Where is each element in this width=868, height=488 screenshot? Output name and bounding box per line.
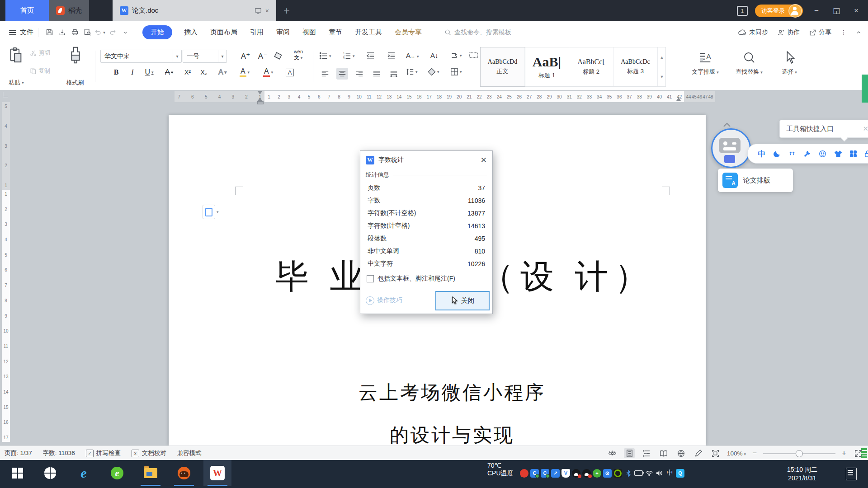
tray-nvidia-icon[interactable]	[613, 469, 622, 478]
redo-icon[interactable]	[106, 26, 119, 39]
tray-wifi-icon[interactable]	[645, 469, 653, 478]
chinese-tool-icon[interactable]: 中	[758, 149, 766, 159]
document-scrollbar-thumb[interactable]	[862, 75, 868, 103]
undo-icon[interactable]	[94, 26, 106, 39]
eye-protect-icon[interactable]	[607, 448, 618, 458]
lock-icon[interactable]	[864, 150, 868, 158]
chevron-down-icon[interactable]	[119, 26, 132, 39]
align-center-icon[interactable]	[336, 68, 348, 80]
chevron-down-icon[interactable]: ▾	[218, 50, 226, 62]
ribbon-tab[interactable]: 开发工具	[349, 28, 388, 36]
horizontal-ruler[interactable]: 7654321 12345678910111213141516171819202…	[175, 91, 715, 102]
justify-icon[interactable]	[371, 68, 382, 80]
ribbon-tab[interactable]: 引用	[244, 28, 270, 36]
tooltip-close-icon[interactable]: ✕	[863, 125, 868, 133]
format-painter-button[interactable]: 格式刷	[61, 79, 89, 87]
fit-page-icon[interactable]	[710, 448, 721, 458]
tab-premium[interactable]: 会员专享	[388, 28, 428, 37]
read-mode-icon[interactable]	[658, 448, 669, 458]
tray-security-icon[interactable]: +	[593, 469, 601, 478]
superscript-button[interactable]: X²	[181, 66, 194, 79]
file-explorer-button[interactable]	[137, 460, 165, 486]
chevron-down-icon[interactable]: ▾	[173, 50, 181, 62]
tab-home[interactable]: 首页	[5, 0, 49, 21]
styles-gallery-scroll[interactable]: ▲▼	[658, 47, 666, 87]
shirt-icon[interactable]	[834, 150, 842, 158]
notification-center-icon[interactable]	[846, 468, 857, 480]
scroll-up-icon[interactable]	[722, 122, 731, 128]
shading-icon[interactable]	[428, 68, 439, 76]
bullet-list-icon[interactable]	[319, 52, 331, 60]
paste-button[interactable]: 粘贴	[4, 79, 29, 87]
emoji-icon[interactable]	[819, 150, 826, 158]
borders-icon[interactable]	[450, 68, 462, 76]
tab-document[interactable]: W 论文.doc ×	[113, 0, 276, 21]
sync-status[interactable]: 未同步	[738, 28, 768, 37]
tray-transfer-icon[interactable]: ↗	[551, 469, 560, 478]
bold-button[interactable]: B	[110, 66, 122, 79]
page-indicator[interactable]: 页面: 1/37	[5, 449, 32, 457]
dialog-header[interactable]: W 字数统计 ✕	[360, 151, 492, 169]
text-typeset-button[interactable]: A 文字排版	[688, 51, 722, 76]
find-replace-button[interactable]: 查找替换	[730, 51, 769, 76]
text-effect-button[interactable]: A	[214, 66, 231, 79]
highlight-color-button[interactable]: A	[236, 66, 253, 79]
tray-sync2-icon[interactable]: C	[541, 469, 549, 478]
collaborate-button[interactable]: 协作	[777, 28, 800, 37]
pinned-app-pinwheel[interactable]	[36, 460, 64, 486]
quote-icon[interactable]	[789, 151, 796, 157]
word-count-indicator[interactable]: 字数: 11036	[43, 449, 75, 457]
page-assistant-button[interactable]: ▾	[203, 205, 219, 219]
assistant-robot-avatar[interactable]	[711, 128, 751, 168]
tab-home-ribbon[interactable]: 开始	[142, 25, 172, 39]
close-tab-icon[interactable]: ×	[265, 7, 269, 14]
decrease-font-icon[interactable]: A⁻	[256, 50, 269, 62]
zoom-slider-knob[interactable]	[796, 450, 803, 457]
zoom-level-select[interactable]: 100%	[727, 450, 746, 457]
tray-battery-icon[interactable]	[634, 469, 643, 478]
char-scale-icon[interactable]: A↔	[406, 52, 419, 59]
print-preview-icon[interactable]	[81, 26, 94, 39]
dialog-close-button[interactable]: 关闭	[435, 291, 490, 310]
format-painter-icon[interactable]	[68, 46, 83, 64]
copy-button[interactable]: 复制	[30, 67, 63, 75]
style-card[interactable]: AaBbCcDd 正文	[481, 47, 525, 86]
word-count-dialog[interactable]: W 字数统计 ✕ 统计信息 页数 37 字数 11036 字符数(不计空格) 1…	[360, 150, 493, 314]
more-options-icon[interactable]: ⋮	[840, 29, 847, 36]
font-name-select[interactable]: 华文中宋▾	[100, 50, 182, 63]
tray-ime-indicator[interactable]: 中	[665, 469, 674, 478]
start-button[interactable]	[4, 460, 32, 486]
file-menu[interactable]: 文件	[20, 28, 33, 37]
ribbon-tab[interactable]: 页面布局	[204, 28, 244, 36]
command-search[interactable]: 查找命令、搜索模板	[444, 28, 511, 37]
tray-qq2-icon[interactable]	[582, 469, 591, 478]
first-line-indent-marker[interactable]	[258, 91, 262, 94]
outline-view-icon[interactable]	[641, 448, 652, 458]
tray-qq-browser-icon[interactable]: Q	[676, 469, 684, 478]
ribbon-tab[interactable]: 审阅	[270, 28, 296, 36]
align-right-icon[interactable]	[354, 68, 365, 80]
screen-share-icon[interactable]	[255, 8, 262, 14]
style-card[interactable]: AaBbCcDc 标题 3	[613, 47, 658, 86]
vertical-ruler[interactable]: 54321 1234567891011121314151617	[2, 102, 10, 442]
tab-docer[interactable]: 稻壳	[49, 0, 89, 21]
running-app-cat[interactable]	[170, 460, 198, 486]
minimize-button[interactable]: −	[810, 6, 823, 15]
checkbox[interactable]	[367, 275, 374, 282]
tips-link[interactable]: 操作技巧	[366, 296, 402, 305]
print-icon[interactable]	[68, 26, 81, 39]
login-button[interactable]: 访客登录	[755, 5, 803, 17]
paper-typeset-button[interactable]: 论文排版	[718, 169, 793, 192]
ribbon-tab[interactable]: 插入	[178, 28, 204, 36]
maximize-button[interactable]: ◱	[830, 6, 843, 15]
align-left-icon[interactable]	[319, 68, 331, 80]
sort-icon[interactable]: A↓	[430, 52, 439, 59]
italic-button[interactable]: I	[127, 66, 138, 79]
handwrite-icon[interactable]	[693, 448, 703, 458]
numbered-list-icon[interactable]: 123	[343, 52, 355, 60]
window-manager-icon[interactable]: 1	[737, 6, 748, 16]
new-tab-icon[interactable]: +	[283, 0, 290, 21]
underline-button[interactable]: U	[141, 66, 157, 79]
font-size-select[interactable]: 一号▾	[183, 50, 227, 63]
pinned-app-browser[interactable]: e	[103, 460, 131, 486]
